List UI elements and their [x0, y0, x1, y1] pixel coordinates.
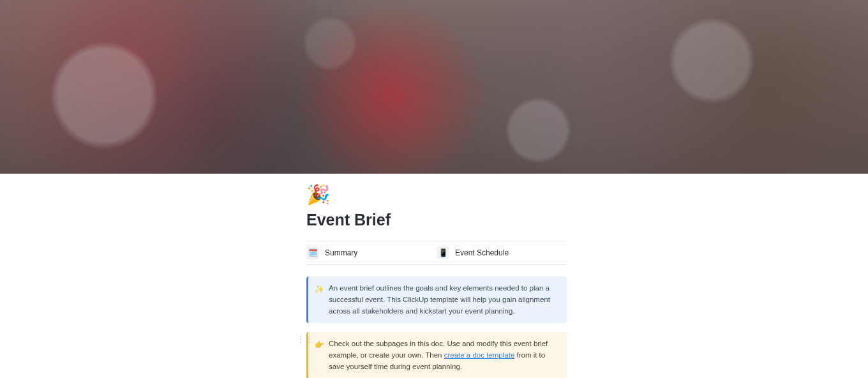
callout-text: An event brief outlines the goals and ke… — [329, 283, 559, 317]
pointing-hand-icon: 👉 — [315, 338, 324, 372]
info-callout[interactable]: ✨ An event brief outlines the goals and … — [306, 276, 567, 323]
callout-text: Check out the subpages in this doc. Use … — [329, 338, 559, 372]
subpage-label: Event Schedule — [455, 248, 509, 257]
subpage-label: Summary — [325, 248, 357, 257]
page-emoji-icon[interactable]: 🎉 — [306, 185, 330, 204]
document-content: 🎉 Event Brief 🗓️ Summary 📱 Event Schedul… — [306, 174, 567, 378]
cover-image — [0, 0, 868, 174]
create-doc-template-link[interactable]: create a doc template — [444, 351, 515, 359]
tip-callout[interactable]: ⋮⋮ 👉 Check out the subpages in this doc.… — [306, 332, 567, 378]
phone-icon: 📱 — [437, 246, 449, 259]
subpage-summary[interactable]: 🗓️ Summary — [306, 246, 437, 259]
sparkles-icon: ✨ — [315, 283, 324, 317]
drag-handle-icon[interactable]: ⋮⋮ — [297, 335, 313, 343]
page-title[interactable]: Event Brief — [306, 211, 567, 229]
calendar-icon: 🗓️ — [306, 246, 319, 259]
subpages-row: 🗓️ Summary 📱 Event Schedule — [306, 241, 567, 265]
subpage-event-schedule[interactable]: 📱 Event Schedule — [437, 246, 567, 259]
